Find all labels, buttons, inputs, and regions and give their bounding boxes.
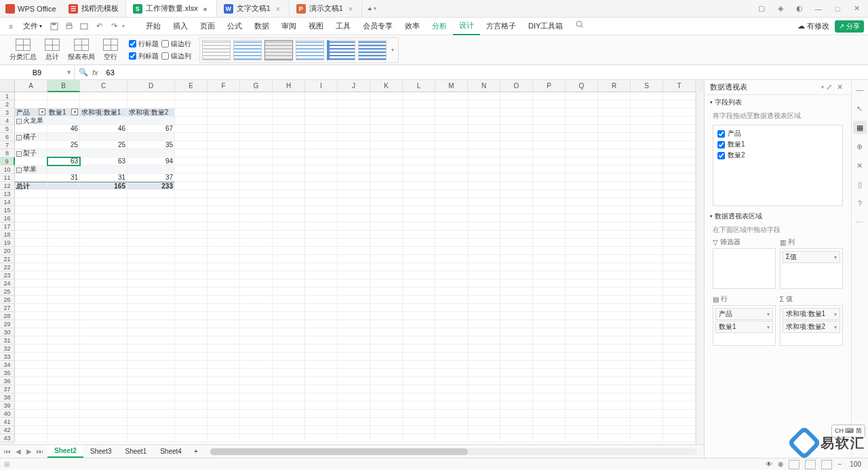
- cell[interactable]: [566, 345, 598, 353]
- cell[interactable]: [305, 288, 338, 296]
- cell[interactable]: [273, 361, 305, 369]
- cell[interactable]: [208, 198, 240, 206]
- cell[interactable]: [127, 222, 175, 231]
- menu-extra-2[interactable]: DIY工具箱: [522, 18, 569, 35]
- cell[interactable]: [175, 377, 208, 385]
- cell[interactable]: [208, 361, 240, 369]
- has-edit-indicator[interactable]: ☁ 有修改: [797, 21, 829, 31]
- cell[interactable]: [533, 222, 566, 231]
- banded-col-checkbox[interactable]: 镶边列: [161, 52, 191, 61]
- cell[interactable]: [338, 125, 370, 133]
- cell[interactable]: [631, 328, 663, 336]
- cell[interactable]: [631, 320, 663, 328]
- menu-insert[interactable]: 插入: [167, 18, 194, 35]
- cell[interactable]: [208, 304, 240, 312]
- cell[interactable]: [127, 418, 175, 426]
- cell[interactable]: [338, 353, 370, 361]
- cell[interactable]: [338, 410, 370, 418]
- fx-icon[interactable]: fx: [92, 68, 98, 77]
- cell[interactable]: [127, 239, 175, 247]
- cell[interactable]: [533, 361, 566, 369]
- col-header-I[interactable]: I: [305, 80, 338, 92]
- cell[interactable]: [175, 239, 208, 247]
- menu-tools[interactable]: 工具: [330, 18, 357, 35]
- cell[interactable]: [273, 345, 305, 353]
- col-header-T[interactable]: T: [663, 80, 696, 92]
- field-qty1[interactable]: 数量1: [716, 139, 840, 150]
- cell[interactable]: [598, 100, 631, 109]
- cell[interactable]: 67: [127, 125, 175, 133]
- cell[interactable]: [663, 109, 696, 117]
- cell[interactable]: [338, 271, 370, 279]
- row-header[interactable]: 13: [0, 190, 15, 198]
- cell[interactable]: [273, 328, 305, 336]
- cell[interactable]: [127, 117, 175, 125]
- cell[interactable]: [338, 304, 370, 312]
- cell[interactable]: [403, 190, 435, 198]
- cell[interactable]: [468, 182, 500, 190]
- cell[interactable]: [338, 279, 370, 288]
- cell[interactable]: [663, 239, 696, 247]
- cell[interactable]: [240, 296, 273, 304]
- cell[interactable]: [566, 165, 598, 174]
- cell[interactable]: [127, 271, 175, 279]
- cell[interactable]: [240, 198, 273, 206]
- menu-review[interactable]: 审阅: [275, 18, 302, 35]
- value-chip-sum1[interactable]: 求和项:数量1▾: [783, 308, 840, 320]
- cell[interactable]: [127, 165, 175, 174]
- cell[interactable]: [208, 247, 240, 255]
- cell[interactable]: [598, 385, 631, 393]
- help-icon[interactable]: ?: [853, 197, 867, 210]
- cell[interactable]: [500, 157, 533, 165]
- cell[interactable]: [631, 174, 663, 182]
- cell[interactable]: [500, 385, 533, 393]
- cell[interactable]: [338, 263, 370, 271]
- cell[interactable]: [631, 109, 663, 117]
- cell[interactable]: [533, 385, 566, 393]
- cell[interactable]: [500, 296, 533, 304]
- cell[interactable]: [208, 165, 240, 174]
- cell[interactable]: 求和项:数量2: [127, 109, 175, 117]
- cell[interactable]: [175, 125, 208, 133]
- cell[interactable]: [175, 190, 208, 198]
- cell[interactable]: [175, 345, 208, 353]
- sheet-tab-sheet2[interactable]: Sheet2: [47, 445, 83, 458]
- cell[interactable]: [468, 418, 500, 426]
- cell[interactable]: [435, 402, 468, 410]
- cell[interactable]: [15, 336, 47, 345]
- cell[interactable]: [435, 198, 468, 206]
- row-header[interactable]: 24: [0, 279, 15, 288]
- cell[interactable]: [663, 385, 696, 393]
- cell[interactable]: [566, 157, 598, 165]
- cell[interactable]: [80, 320, 127, 328]
- cell[interactable]: [370, 214, 403, 222]
- cell[interactable]: [533, 271, 566, 279]
- cell[interactable]: [468, 288, 500, 296]
- cell[interactable]: 35: [127, 141, 175, 149]
- cell[interactable]: [631, 279, 663, 288]
- cell[interactable]: [273, 271, 305, 279]
- cell[interactable]: [631, 92, 663, 100]
- cell[interactable]: [468, 426, 500, 434]
- cell[interactable]: [631, 304, 663, 312]
- cell[interactable]: [500, 402, 533, 410]
- cell[interactable]: [533, 165, 566, 174]
- col-header-P[interactable]: P: [533, 80, 566, 92]
- row-area-content[interactable]: 产品▾ 数量1▾: [713, 305, 776, 346]
- cell[interactable]: [240, 255, 273, 263]
- cell[interactable]: [468, 133, 500, 141]
- cell[interactable]: [566, 402, 598, 410]
- cell[interactable]: [305, 109, 338, 117]
- cell[interactable]: [370, 410, 403, 418]
- cell[interactable]: [47, 117, 80, 125]
- cell[interactable]: [663, 271, 696, 279]
- cell[interactable]: [175, 288, 208, 296]
- cell[interactable]: [631, 385, 663, 393]
- cell[interactable]: [370, 377, 403, 385]
- cell[interactable]: [370, 426, 403, 434]
- cell[interactable]: [240, 117, 273, 125]
- cell[interactable]: [305, 182, 338, 190]
- cell[interactable]: [663, 426, 696, 434]
- cell[interactable]: [240, 222, 273, 231]
- cell[interactable]: [370, 279, 403, 288]
